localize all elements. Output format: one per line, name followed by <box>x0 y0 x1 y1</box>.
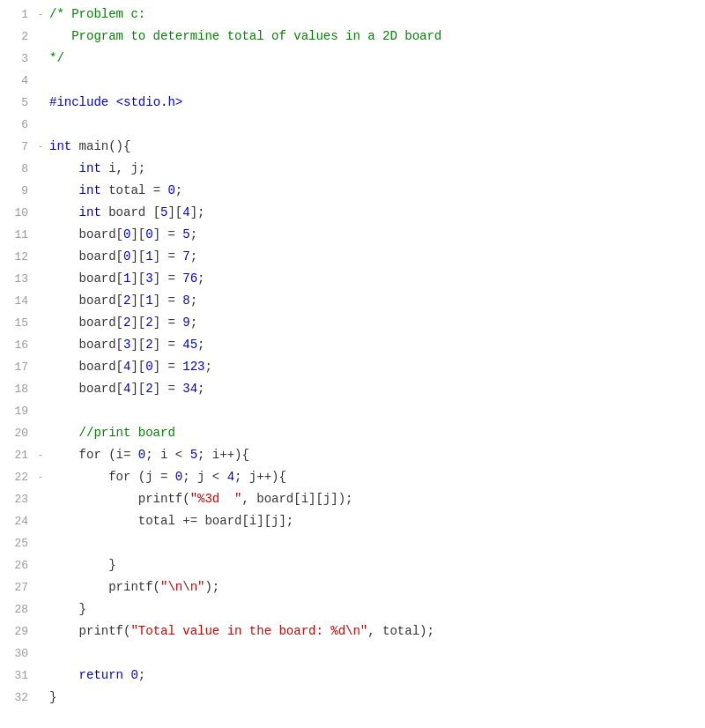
code-row: 28 } <box>0 598 705 620</box>
line-number: 10 <box>0 202 35 224</box>
line-number: 19 <box>0 400 35 422</box>
code-line-content: } <box>46 687 56 709</box>
code-row: 21- for (i= 0; i < 5; i++){ <box>0 444 705 466</box>
code-row: 30 <box>0 643 705 665</box>
code-line-content: int board [5][4]; <box>46 202 204 224</box>
code-editor: 1-/* Problem c:2 Program to determine to… <box>0 0 705 728</box>
line-number: 32 <box>0 687 35 709</box>
code-row: 20 //print board <box>0 422 705 444</box>
line-number: 31 <box>0 665 35 687</box>
code-line-content: board[1][3] = 76; <box>46 268 204 290</box>
line-number: 2 <box>0 26 35 48</box>
code-line-content: total += board[i][j]; <box>46 510 293 532</box>
line-number: 27 <box>0 576 35 598</box>
fold-marker[interactable]: - <box>35 136 46 158</box>
line-number: 30 <box>0 643 35 665</box>
line-number: 21 <box>0 444 35 466</box>
code-line-content: printf("Total value in the board: %d\n",… <box>46 620 434 643</box>
code-area: 1-/* Problem c:2 Program to determine to… <box>0 0 705 712</box>
code-row: 15 board[2][2] = 9; <box>0 312 705 334</box>
line-number: 26 <box>0 554 35 576</box>
line-number: 17 <box>0 356 35 378</box>
code-row: 7-int main(){ <box>0 136 705 158</box>
fold-marker[interactable]: - <box>35 4 46 26</box>
code-line-content: for (i= 0; i < 5; i++){ <box>46 444 249 466</box>
line-number: 22 <box>0 466 35 488</box>
line-number: 3 <box>0 48 35 70</box>
code-line-content <box>46 643 56 665</box>
fold-marker[interactable]: - <box>35 444 46 466</box>
code-row: 6 <box>0 114 705 136</box>
code-line-content: Program to determine total of values in … <box>46 26 442 48</box>
line-number: 6 <box>0 114 35 136</box>
fold-marker[interactable]: - <box>35 466 46 488</box>
line-number: 7 <box>0 136 35 158</box>
line-number: 12 <box>0 246 35 268</box>
code-line-content: } <box>46 554 116 576</box>
code-row: 16 board[3][2] = 45; <box>0 334 705 356</box>
code-line-content: printf("\n\n"); <box>46 576 219 598</box>
line-number: 4 <box>0 70 35 92</box>
line-number: 25 <box>0 532 35 554</box>
code-line-content: int total = 0; <box>46 180 182 202</box>
line-number: 29 <box>0 620 35 643</box>
code-line-content <box>46 114 56 136</box>
code-line-content: board[4][2] = 34; <box>46 378 204 400</box>
code-line-content: board[2][2] = 9; <box>46 312 197 334</box>
code-line-content: board[0][0] = 5; <box>46 224 197 246</box>
code-line-content: printf("%3d ", board[i][j]); <box>46 488 352 510</box>
code-line-content: board[4][0] = 123; <box>46 356 212 378</box>
code-row: 22- for (j = 0; j < 4; j++){ <box>0 466 705 488</box>
code-line-content: return 0; <box>46 665 145 687</box>
code-row: 2 Program to determine total of values i… <box>0 26 705 48</box>
line-number: 23 <box>0 488 35 510</box>
line-number: 5 <box>0 92 35 114</box>
code-row: 32 } <box>0 687 705 709</box>
code-line-content: board[3][2] = 45; <box>46 334 204 356</box>
code-row: 12 board[0][1] = 7; <box>0 246 705 268</box>
code-line-content: //print board <box>46 422 175 444</box>
code-line-content <box>46 70 56 92</box>
code-row: 13 board[1][3] = 76; <box>0 268 705 290</box>
line-number: 13 <box>0 268 35 290</box>
line-number: 11 <box>0 224 35 246</box>
code-row: 23 printf("%3d ", board[i][j]); <box>0 488 705 510</box>
code-row: 5 #include <stdio.h> <box>0 92 705 114</box>
code-line-content: */ <box>46 48 64 70</box>
code-row: 8 int i, j; <box>0 158 705 180</box>
line-number: 24 <box>0 510 35 532</box>
line-number: 20 <box>0 422 35 444</box>
code-row: 1-/* Problem c: <box>0 4 705 26</box>
line-number: 14 <box>0 290 35 312</box>
code-line-content <box>46 400 56 422</box>
code-row: 26 } <box>0 554 705 576</box>
code-row: 24 total += board[i][j]; <box>0 510 705 532</box>
line-number: 8 <box>0 158 35 180</box>
code-line-content <box>46 532 56 554</box>
line-number: 9 <box>0 180 35 202</box>
code-line-content: board[2][1] = 8; <box>46 290 197 312</box>
code-line-content: #include <stdio.h> <box>46 92 182 114</box>
code-row: 31 return 0; <box>0 665 705 687</box>
code-row: 27 printf("\n\n"); <box>0 576 705 598</box>
code-line-content: board[0][1] = 7; <box>46 246 197 268</box>
code-row: 18 board[4][2] = 34; <box>0 378 705 400</box>
code-row: 10 int board [5][4]; <box>0 202 705 224</box>
code-row: 29 printf("Total value in the board: %d\… <box>0 620 705 643</box>
line-number: 16 <box>0 334 35 356</box>
code-row: 14 board[2][1] = 8; <box>0 290 705 312</box>
code-line-content: int main(){ <box>46 136 130 158</box>
line-number: 28 <box>0 598 35 620</box>
code-row: 19 <box>0 400 705 422</box>
line-number: 1 <box>0 4 35 26</box>
code-row: 11 board[0][0] = 5; <box>0 224 705 246</box>
code-row: 3 */ <box>0 48 705 70</box>
code-row: 17 board[4][0] = 123; <box>0 356 705 378</box>
code-line-content: for (j = 0; j < 4; j++){ <box>46 466 286 488</box>
line-number: 18 <box>0 378 35 400</box>
code-line-content: } <box>46 598 86 620</box>
code-line-content: /* Problem c: <box>46 4 145 26</box>
code-row: 4 <box>0 70 705 92</box>
code-row: 25 <box>0 532 705 554</box>
line-number: 15 <box>0 312 35 334</box>
